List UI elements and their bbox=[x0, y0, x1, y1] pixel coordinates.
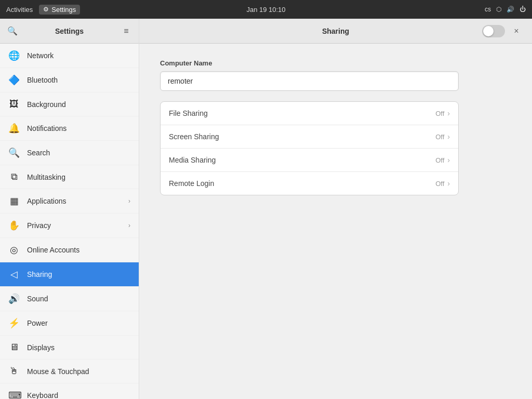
sharing-row-0[interactable]: File SharingOff› bbox=[161, 102, 458, 125]
sidebar-item-label-online-accounts: Online Accounts bbox=[27, 246, 130, 254]
power-icon: ⚡ bbox=[8, 317, 20, 329]
sidebar-item-label-bluetooth: Bluetooth bbox=[27, 76, 130, 84]
panel-body: Computer Name File SharingOff›Screen Sha… bbox=[139, 44, 532, 399]
settings-app-button[interactable]: ⚙ Settings bbox=[39, 5, 80, 15]
sidebar-item-applications[interactable]: ▦Applications› bbox=[0, 189, 139, 214]
sharing-row-chevron-3: › bbox=[447, 179, 450, 188]
sidebar-title: Settings bbox=[25, 27, 114, 35]
sharing-row-chevron-2: › bbox=[447, 156, 450, 164]
sidebar-item-search[interactable]: 🔍Search bbox=[0, 141, 139, 165]
chevron-icon-privacy: › bbox=[128, 222, 130, 229]
sidebar-item-label-privacy: Privacy bbox=[27, 221, 121, 230]
sidebar-item-multitasking[interactable]: ⧉Multitasking bbox=[0, 165, 139, 189]
user-initials: cs bbox=[485, 6, 491, 13]
sharing-list: File SharingOff›Screen SharingOff›Media … bbox=[160, 101, 459, 195]
sound-icon: 🔊 bbox=[8, 293, 20, 304]
sidebar-item-label-network: Network bbox=[27, 51, 130, 60]
sidebar-item-sound[interactable]: 🔊Sound bbox=[0, 287, 139, 311]
power-icon: ⏻ bbox=[520, 6, 526, 13]
background-icon: 🖼 bbox=[8, 99, 20, 110]
chevron-icon-applications: › bbox=[128, 197, 130, 205]
sidebar-item-label-mouse-touchpad: Mouse & Touchpad bbox=[27, 367, 130, 376]
sidebar-item-label-displays: Displays bbox=[27, 343, 130, 352]
sidebar-item-label-multitasking: Multitasking bbox=[27, 173, 130, 181]
gear-icon: ⚙ bbox=[43, 6, 49, 13]
sidebar-item-label-sharing: Sharing bbox=[27, 270, 130, 278]
topbar-right: cs ⬡ 🔊 ⏻ bbox=[485, 6, 526, 13]
sidebar-item-label-sound: Sound bbox=[27, 295, 130, 303]
sidebar-item-label-search: Search bbox=[27, 149, 130, 157]
multitasking-icon: ⧉ bbox=[8, 171, 20, 182]
topbar-left: Activities ⚙ Settings bbox=[6, 5, 80, 15]
sharing-row-label-3: Remote Login bbox=[169, 179, 435, 188]
sharing-row-3[interactable]: Remote LoginOff› bbox=[161, 172, 458, 195]
volume-icon: 🔊 bbox=[507, 6, 514, 13]
sharing-row-status-1: Off bbox=[435, 133, 444, 141]
settings-app-label: Settings bbox=[51, 6, 76, 14]
content-panel: Sharing × Computer Name File SharingOff›… bbox=[139, 19, 532, 399]
sharing-row-label-2: Media Sharing bbox=[169, 156, 435, 164]
sharing-row-label-1: Screen Sharing bbox=[169, 132, 435, 141]
search-button[interactable]: 🔍 bbox=[4, 23, 21, 39]
search-icon: 🔍 bbox=[8, 147, 20, 158]
sharing-row-2[interactable]: Media SharingOff› bbox=[161, 149, 458, 172]
menu-button[interactable]: ≡ bbox=[118, 23, 135, 39]
network-icon: ⬡ bbox=[496, 6, 501, 13]
sidebar-item-background[interactable]: 🖼Background bbox=[0, 92, 139, 116]
toggle-knob bbox=[483, 26, 494, 36]
displays-icon: 🖥 bbox=[8, 342, 20, 353]
sidebar-item-bluetooth[interactable]: 🔷Bluetooth bbox=[0, 68, 139, 92]
activities-button[interactable]: Activities bbox=[6, 6, 33, 14]
sidebar-item-keyboard[interactable]: ⌨Keyboard bbox=[0, 383, 139, 399]
network-icon: 🌐 bbox=[8, 50, 20, 61]
sharing-row-chevron-1: › bbox=[447, 132, 450, 141]
sharing-row-1[interactable]: Screen SharingOff› bbox=[161, 125, 458, 149]
sharing-row-status-2: Off bbox=[435, 156, 444, 164]
sharing-icon: ◁ bbox=[8, 269, 20, 280]
computer-name-label: Computer Name bbox=[160, 59, 511, 67]
sidebar-item-label-background: Background bbox=[27, 100, 130, 109]
sidebar-item-power[interactable]: ⚡Power bbox=[0, 311, 139, 336]
sharing-row-status-0: Off bbox=[435, 110, 444, 117]
sidebar-item-notifications[interactable]: 🔔Notifications bbox=[0, 116, 139, 141]
topbar-datetime: Jan 19 10:10 bbox=[246, 6, 285, 14]
bluetooth-icon: 🔷 bbox=[8, 74, 20, 86]
mouse-touchpad-icon: 🖱 bbox=[8, 366, 20, 377]
keyboard-icon: ⌨ bbox=[8, 390, 20, 399]
panel-header: Sharing × bbox=[139, 19, 532, 44]
online-accounts-icon: ◎ bbox=[8, 244, 20, 256]
sidebar-item-online-accounts[interactable]: ◎Online Accounts bbox=[0, 238, 139, 262]
sharing-row-status-3: Off bbox=[435, 180, 444, 188]
sidebar-item-label-keyboard: Keyboard bbox=[27, 391, 130, 399]
sidebar-item-displays[interactable]: 🖥Displays bbox=[0, 336, 139, 360]
privacy-icon: ✋ bbox=[8, 220, 20, 231]
sharing-row-chevron-0: › bbox=[447, 109, 450, 117]
close-button[interactable]: × bbox=[509, 24, 524, 38]
sidebar-item-mouse-touchpad[interactable]: 🖱Mouse & Touchpad bbox=[0, 360, 139, 383]
sidebar-header: 🔍 Settings ≡ bbox=[0, 19, 139, 44]
sidebar-item-label-notifications: Notifications bbox=[27, 124, 130, 132]
sidebar-items-container: 🌐Network🔷Bluetooth🖼Background🔔Notificati… bbox=[0, 44, 139, 399]
sidebar-item-network[interactable]: 🌐Network bbox=[0, 44, 139, 68]
sidebar: 🔍 Settings ≡ 🌐Network🔷Bluetooth🖼Backgrou… bbox=[0, 19, 139, 399]
computer-name-input[interactable] bbox=[160, 71, 459, 91]
topbar: Activities ⚙ Settings Jan 19 10:10 cs ⬡ … bbox=[0, 0, 532, 19]
sidebar-item-sharing[interactable]: ◁Sharing bbox=[0, 262, 139, 287]
app-window: 🔍 Settings ≡ 🌐Network🔷Bluetooth🖼Backgrou… bbox=[0, 19, 532, 399]
panel-title: Sharing bbox=[193, 27, 478, 35]
applications-icon: ▦ bbox=[8, 195, 20, 207]
sidebar-item-label-power: Power bbox=[27, 319, 130, 327]
notifications-icon: 🔔 bbox=[8, 123, 20, 134]
sharing-toggle[interactable] bbox=[482, 25, 505, 37]
sharing-row-label-0: File Sharing bbox=[169, 109, 435, 117]
sidebar-item-privacy[interactable]: ✋Privacy› bbox=[0, 214, 139, 238]
sidebar-item-label-applications: Applications bbox=[27, 197, 121, 205]
